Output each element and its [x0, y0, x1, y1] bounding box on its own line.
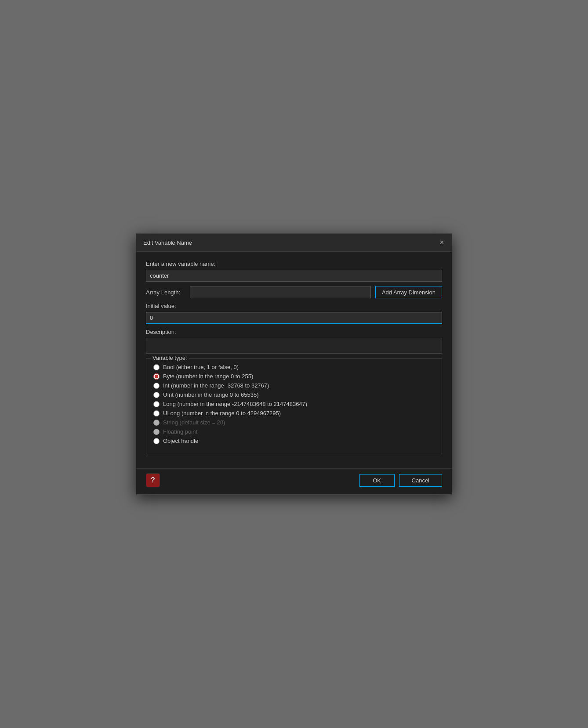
radio-option-uint[interactable]: UInt (number in the range 0 to 65535) [153, 391, 435, 398]
radio-input-string [153, 420, 160, 426]
radio-option-byte[interactable]: Byte (number in the range 0 to 255) [153, 373, 435, 380]
radio-label-objecthandle: Object handle [163, 438, 198, 444]
footer-buttons: OK Cancel [359, 474, 442, 487]
variable-name-input[interactable] [146, 270, 442, 282]
variable-type-group: Variable type: Bool (either true, 1 or f… [146, 358, 442, 454]
radio-label-string: String (default size = 20) [163, 419, 225, 426]
description-input[interactable] [146, 338, 442, 354]
cancel-button[interactable]: Cancel [399, 474, 442, 487]
ok-button[interactable]: OK [359, 474, 395, 487]
radio-label-bool: Bool (either true, 1 or false, 0) [163, 364, 239, 370]
radio-label-float: Floating point [163, 428, 197, 435]
radio-label-uint: UInt (number in the range 0 to 65535) [163, 391, 259, 398]
radio-option-objecthandle[interactable]: Object handle [153, 438, 435, 444]
radio-input-int[interactable] [153, 383, 160, 389]
radio-option-bool[interactable]: Bool (either true, 1 or false, 0) [153, 364, 435, 370]
radio-label-long: Long (number in the range -2147483648 to… [163, 401, 307, 407]
radio-option-int[interactable]: Int (number in the range -32768 to 32767… [153, 382, 435, 389]
radio-input-bool[interactable] [153, 364, 160, 370]
radio-input-float [153, 429, 160, 435]
radio-option-float: Floating point [153, 428, 435, 435]
dialog-body: Enter a new variable name: Array Length:… [136, 252, 452, 468]
initial-value-section: Initial value: [146, 303, 442, 324]
radio-label-int: Int (number in the range -32768 to 32767… [163, 382, 269, 389]
radio-input-long[interactable] [153, 401, 160, 407]
variable-type-legend: Variable type: [151, 355, 189, 361]
close-button[interactable]: × [438, 238, 446, 247]
array-length-row: Array Length: Add Array Dimension [146, 286, 442, 298]
radio-option-string: String (default size = 20) [153, 419, 435, 426]
array-length-input[interactable] [190, 286, 371, 298]
radio-option-ulong[interactable]: ULong (number in the range 0 to 42949672… [153, 410, 435, 417]
radio-options-container: Bool (either true, 1 or false, 0)Byte (n… [153, 364, 435, 444]
description-section: Description: [146, 329, 442, 354]
edit-variable-dialog: Edit Variable Name × Enter a new variabl… [136, 233, 452, 495]
initial-value-label: Initial value: [146, 303, 442, 309]
variable-name-section: Enter a new variable name: [146, 261, 442, 282]
dialog-footer: ? OK Cancel [136, 468, 452, 494]
radio-label-byte: Byte (number in the range 0 to 255) [163, 373, 253, 380]
radio-label-ulong: ULong (number in the range 0 to 42949672… [163, 410, 281, 417]
radio-input-objecthandle[interactable] [153, 438, 160, 444]
radio-input-uint[interactable] [153, 392, 160, 398]
dialog-title: Edit Variable Name [143, 239, 192, 246]
variable-name-label: Enter a new variable name: [146, 261, 442, 267]
radio-input-byte[interactable] [153, 373, 160, 380]
help-button[interactable]: ? [146, 473, 160, 487]
radio-input-ulong[interactable] [153, 410, 160, 417]
description-label: Description: [146, 329, 442, 335]
title-bar: Edit Variable Name × [136, 234, 452, 252]
initial-value-input[interactable] [146, 312, 442, 324]
radio-option-long[interactable]: Long (number in the range -2147483648 to… [153, 401, 435, 407]
array-length-label: Array Length: [146, 289, 185, 296]
add-array-dimension-button[interactable]: Add Array Dimension [375, 286, 442, 298]
